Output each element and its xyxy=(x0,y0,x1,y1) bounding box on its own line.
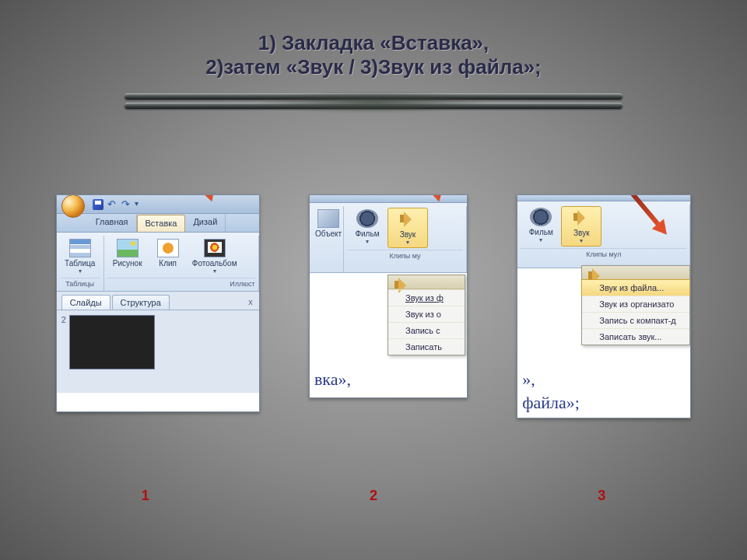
sound-dropdown-menu: Звук из ф Звук из о Запись с Записать xyxy=(388,275,465,355)
object-icon xyxy=(317,209,339,228)
menu-record-sound[interactable]: Записать xyxy=(388,338,465,355)
background-text-fragment: файла»; xyxy=(522,393,580,413)
clip-icon xyxy=(157,239,179,257)
table-icon xyxy=(69,239,91,257)
step-label-2: 2 xyxy=(272,488,475,504)
speaker-icon xyxy=(391,276,402,287)
object-button[interactable]: Объект xyxy=(313,208,344,240)
ribbon-tabs: Главная Вставка Дизай xyxy=(57,214,259,233)
photoalbum-icon xyxy=(204,239,226,257)
picture-button[interactable]: Рисунок xyxy=(107,237,148,276)
menu-cd-audio[interactable]: Запись с компакт-д xyxy=(582,312,689,328)
menu-sound-from-file[interactable]: Звук из ф xyxy=(388,289,465,306)
tab-insert[interactable]: Вставка xyxy=(137,215,186,232)
step-label-1: 1 xyxy=(44,488,247,504)
decorative-divider xyxy=(124,93,622,110)
menu-sound-from-file[interactable]: Звук из файла... xyxy=(581,279,690,296)
table-button[interactable]: Таблица ▾ xyxy=(60,237,100,276)
office-button[interactable] xyxy=(61,194,85,218)
outline-tab[interactable]: Структура xyxy=(112,295,170,310)
redo-icon[interactable]: ↷ xyxy=(121,199,132,210)
menu-sound-from-organizer[interactable]: Звук из организато xyxy=(582,296,689,312)
tab-design[interactable]: Дизай xyxy=(185,214,226,232)
film-reel-icon xyxy=(530,208,552,226)
slides-tab[interactable]: Слайды xyxy=(61,295,110,310)
tab-home[interactable]: Главная xyxy=(88,214,137,232)
save-icon[interactable] xyxy=(93,199,103,210)
menu-record-sound[interactable]: Записать звук... xyxy=(582,328,689,345)
speaker-icon xyxy=(585,267,596,278)
undo-icon[interactable]: ↶ xyxy=(107,199,117,210)
background-text-fragment: вка», xyxy=(314,369,351,390)
background-text-fragment: », xyxy=(522,369,535,390)
menu-cd-audio[interactable]: Запись с xyxy=(388,322,465,338)
quick-access-toolbar: ↶ ↷ ▾ xyxy=(57,195,259,214)
screenshot-3: Фильм ▾ Звук ▾ Клипы мул Звук из файла..… xyxy=(517,194,691,418)
slide-title: 1) Закладка «Вставка», 2)затем «Звук / 3… xyxy=(0,0,747,79)
group-label-media: Клипы мул xyxy=(521,248,686,260)
sound-button[interactable]: Звук ▾ xyxy=(561,206,601,247)
document-area: Слайды Структура x 2 xyxy=(57,292,259,393)
movie-button[interactable]: Фильм ▾ xyxy=(347,208,388,248)
sound-dropdown-menu: Звук из файла... Звук из организато Запи… xyxy=(581,265,690,345)
sound-button[interactable]: Звук ▾ xyxy=(388,208,428,248)
movie-button[interactable]: Фильм ▾ xyxy=(521,206,561,247)
group-label-tables: Таблицы xyxy=(60,278,100,289)
slide-thumbnail[interactable] xyxy=(69,315,155,369)
step-labels: 1 2 3 xyxy=(0,488,747,504)
slide-number: 2 xyxy=(61,315,66,369)
group-label-illustrations: Иллюст xyxy=(107,278,255,289)
step-label-3: 3 xyxy=(500,488,703,504)
speaker-icon xyxy=(397,210,419,229)
menu-sound-from-organizer[interactable]: Звук из о xyxy=(388,306,465,322)
photoalbum-button[interactable]: Фотоальбом ▾ xyxy=(188,237,241,276)
group-label-media: Клипы му xyxy=(347,250,463,261)
qat-dropdown-icon[interactable]: ▾ xyxy=(135,199,146,210)
film-reel-icon xyxy=(356,209,378,228)
picture-icon xyxy=(117,239,139,257)
screenshot-2: Объект Фильм ▾ Звук ▾ Клипы му xyxy=(309,194,468,398)
screenshot-1: ↶ ↷ ▾ Главная Вставка Дизай Таблица ▾ Та… xyxy=(56,194,260,412)
clip-button[interactable]: Клип xyxy=(148,237,188,276)
close-pane-icon[interactable]: x xyxy=(248,295,253,310)
ribbon: Таблица ▾ Таблицы Рисунок Клип xyxy=(57,233,259,292)
speaker-icon xyxy=(570,208,592,227)
